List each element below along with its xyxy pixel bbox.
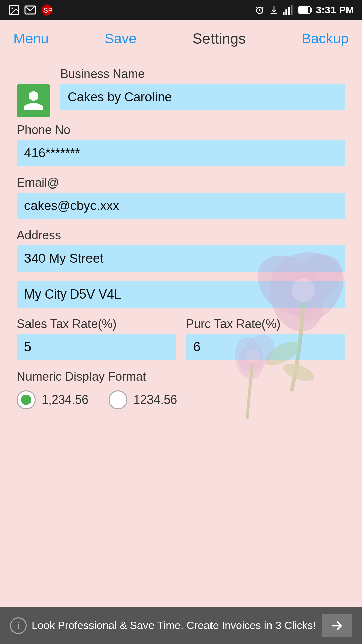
address-label: Address xyxy=(17,228,345,243)
business-name-input[interactable] xyxy=(60,84,345,110)
purc-tax-group: Purc Tax Rate(%) xyxy=(186,317,345,360)
download-icon xyxy=(268,5,279,15)
svg-rect-6 xyxy=(283,12,284,15)
status-icons-right: 3:31 PM xyxy=(254,4,354,16)
radio-circle-1[interactable] xyxy=(17,390,36,409)
business-name-group: Business Name xyxy=(60,67,345,110)
format-option-2[interactable]: 1234.56 xyxy=(109,390,177,409)
radio-dot-1 xyxy=(21,395,31,405)
status-icons-left: SP xyxy=(8,3,54,17)
business-name-label: Business Name xyxy=(60,67,345,81)
radio-group: 1,234.56 1234.56 xyxy=(17,390,345,409)
arrow-right-icon xyxy=(329,618,344,633)
sales-tax-label: Sales Tax Rate(%) xyxy=(17,317,176,331)
image-icon xyxy=(8,4,20,16)
status-time: 3:31 PM xyxy=(316,4,354,16)
ad-right-section xyxy=(322,614,352,637)
svg-rect-8 xyxy=(288,7,290,15)
city-input[interactable] xyxy=(17,281,345,308)
ad-info-icon: i xyxy=(10,617,27,634)
svg-point-1 xyxy=(12,8,13,9)
city-group xyxy=(17,281,345,308)
ad-arrow-button[interactable] xyxy=(322,614,352,637)
phone-group: Phone No xyxy=(17,123,345,166)
email-group: Email@ xyxy=(17,176,345,219)
svg-rect-11 xyxy=(299,7,308,13)
email-input[interactable] xyxy=(17,193,345,219)
svg-rect-12 xyxy=(311,8,312,12)
phone-input[interactable] xyxy=(17,140,345,166)
svg-text:SP: SP xyxy=(44,7,53,14)
user-avatar-icon xyxy=(22,89,45,112)
signal-icon xyxy=(283,5,295,15)
numeric-format-group: Numeric Display Format 1,234.56 1234.56 xyxy=(17,370,345,409)
app-icon: SP xyxy=(40,3,54,17)
tax-rates-row: Sales Tax Rate(%) Purc Tax Rate(%) xyxy=(17,317,345,360)
fields-container: Business Name xyxy=(60,67,345,120)
email-icon xyxy=(24,4,36,16)
address-group: Address xyxy=(17,228,345,272)
phone-label: Phone No xyxy=(17,123,345,137)
backup-button[interactable]: Backup xyxy=(302,31,349,47)
ad-text: Look Professional & Save Time. Create In… xyxy=(32,619,322,633)
avatar xyxy=(17,84,50,117)
format-label-2: 1234.56 xyxy=(133,393,177,407)
main-content: Business Name Phone No Email@ Address Sa… xyxy=(0,57,362,429)
save-button[interactable]: Save xyxy=(105,31,137,47)
purc-tax-input[interactable] xyxy=(186,334,345,360)
svg-rect-7 xyxy=(285,9,287,15)
email-label: Email@ xyxy=(17,176,345,190)
status-bar: SP 3:31 PM xyxy=(0,0,362,20)
address-input[interactable] xyxy=(17,245,345,272)
ad-left-section: i xyxy=(10,617,32,634)
alarm-icon xyxy=(254,5,265,15)
nav-bar: Menu Save Settings Backup xyxy=(0,20,362,57)
avatar-row: Business Name xyxy=(17,67,345,120)
numeric-format-label: Numeric Display Format xyxy=(17,370,345,384)
ad-banner: i Look Professional & Save Time. Create … xyxy=(0,607,362,644)
sales-tax-group: Sales Tax Rate(%) xyxy=(17,317,176,360)
page-title: Settings xyxy=(192,30,246,47)
svg-rect-9 xyxy=(291,5,292,15)
menu-button[interactable]: Menu xyxy=(13,31,49,47)
purc-tax-label: Purc Tax Rate(%) xyxy=(186,317,345,331)
radio-circle-2[interactable] xyxy=(109,390,127,409)
battery-icon xyxy=(298,5,313,15)
format-label-1: 1,234.56 xyxy=(42,393,88,407)
format-option-1[interactable]: 1,234.56 xyxy=(17,390,88,409)
sales-tax-input[interactable] xyxy=(17,334,176,360)
